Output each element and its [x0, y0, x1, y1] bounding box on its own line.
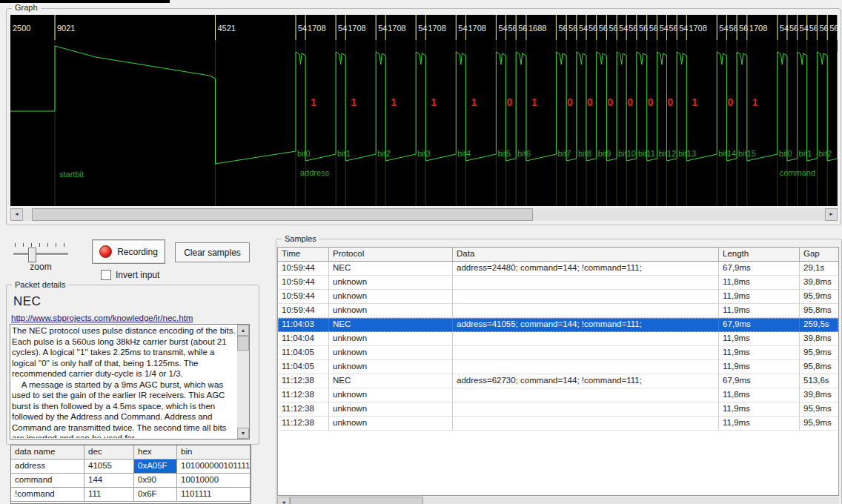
fields-cell[interactable]: 1010000001011111: [177, 460, 251, 474]
protocol-description-box[interactable]: The NEC protocol uses pulse distance enc…: [10, 324, 250, 440]
samples-horizontal-scrollbar[interactable]: ◄: [277, 497, 839, 504]
fields-cell[interactable]: 41055: [84, 460, 134, 474]
description-scroll-thumb[interactable]: [237, 336, 249, 351]
samples-cell: address=41055; command=144; !command=111…: [453, 318, 719, 332]
samples-cell: 67,9ms: [719, 318, 800, 332]
fields-cell[interactable]: 111: [84, 488, 134, 502]
samples-header-gap[interactable]: Gap: [800, 248, 839, 262]
waveform-plot[interactable]: 2500902145215417085417085417085417085417…: [10, 15, 838, 206]
samples-row-6[interactable]: 11:04:05unknown11,9ms95,9ms: [278, 346, 838, 360]
zoom-slider-ticks: [15, 243, 67, 247]
fields-cell[interactable]: address: [11, 460, 84, 474]
fields-cell[interactable]: !command: [11, 488, 84, 502]
fields-cell[interactable]: 10010000: [177, 474, 251, 488]
invert-input-checkbox-row[interactable]: Invert input: [101, 270, 159, 280]
fields-row-!command[interactable]: !command1110x6F1101111: [11, 488, 251, 502]
duration-label: 56: [809, 24, 818, 33]
fields-cell[interactable]: 0xA05F: [134, 460, 177, 474]
samples-row-8[interactable]: 11:12:38NECaddress=62730; command=144; !…: [278, 374, 838, 388]
address-label: address: [300, 168, 330, 177]
graph-scroll-track[interactable]: [23, 208, 825, 221]
duration-label: 1708: [749, 24, 767, 33]
protocol-link[interactable]: http://www.sbprojects.com/knowledge/ir/n…: [11, 314, 193, 322]
samples-cell: unknown: [329, 417, 453, 431]
bit-label: bit11: [638, 149, 655, 158]
samples-cell: 11,8ms: [719, 276, 800, 290]
samples-cell: 95,8ms: [800, 360, 839, 374]
samples-header-data[interactable]: Data: [453, 248, 719, 262]
bit-value: 0: [567, 96, 573, 108]
samples-cell: [453, 388, 719, 402]
samples-cell: 95,9ms: [800, 402, 839, 417]
protocol-name: NEC: [13, 294, 41, 309]
bit-value: 1: [752, 96, 758, 108]
duration-label: 56: [568, 24, 577, 33]
fields-header-row: data namedechexbin: [11, 445, 251, 460]
samples-header-time[interactable]: Time: [278, 248, 329, 262]
samples-row-0[interactable]: 10:59:44NECaddress=24480; command=144; !…: [278, 262, 838, 276]
bit-label: bit6: [517, 149, 531, 158]
bit-value: 1: [391, 96, 397, 108]
samples-cell: 11,9ms: [719, 332, 800, 346]
fields-cell[interactable]: 1101111: [177, 488, 251, 502]
samples-row-1[interactable]: 10:59:44unknown11,8ms39,8ms: [278, 276, 838, 290]
samples-scroll-thumb[interactable]: [290, 497, 423, 504]
duration-label: 56: [609, 24, 617, 33]
fields-row-address[interactable]: address410550xA05F1010000001011111: [11, 460, 251, 474]
checkbox-icon[interactable]: [101, 270, 111, 280]
packet-details-group-label: Packet details: [12, 280, 68, 289]
fields-header-hex: hex: [134, 445, 177, 460]
duration-label: 56: [819, 24, 828, 33]
samples-cell: 11:04:05: [278, 360, 329, 374]
description-vertical-scrollbar[interactable]: ▲ ▼: [237, 325, 249, 439]
duration-label: 54: [619, 24, 628, 33]
fields-cell[interactable]: 144: [84, 474, 134, 488]
samples-header-length[interactable]: Length: [719, 248, 800, 262]
duration-label: 9021: [57, 24, 75, 33]
graph-scroll-thumb[interactable]: [32, 208, 533, 221]
fields-cell[interactable]: 0x6F: [134, 488, 177, 502]
samples-cell: 39,8ms: [800, 388, 839, 402]
samples-cell: 29,1s: [800, 262, 839, 276]
scroll-right-icon[interactable]: ►: [825, 208, 838, 221]
duration-label: 56: [589, 24, 597, 33]
fields-cell[interactable]: command: [11, 474, 84, 488]
samples-cell: 10:59:44: [278, 290, 329, 304]
samples-cell: unknown: [329, 388, 453, 402]
fields-row-command[interactable]: command1440x9010010000: [11, 474, 251, 488]
scroll-left-icon[interactable]: ◄: [277, 497, 290, 504]
samples-cell: 39,8ms: [800, 276, 839, 290]
duration-label: 56: [508, 24, 517, 33]
samples-row-7[interactable]: 11:04:05unknown11,9ms95,8ms: [278, 360, 838, 374]
fields-cell[interactable]: 0x90: [134, 474, 177, 488]
samples-row-2[interactable]: 10:59:44unknown11,9ms95,9ms: [278, 290, 838, 304]
duration-label: 1708: [388, 24, 405, 33]
samples-cell: 95,9ms: [800, 346, 839, 360]
samples-row-9[interactable]: 11:12:38unknown11,8ms39,8ms: [278, 388, 838, 402]
graph-horizontal-scrollbar[interactable]: ◄ ►: [10, 208, 838, 221]
zoom-slider[interactable]: zoom: [12, 242, 70, 271]
samples-cell: NEC: [329, 374, 453, 388]
duration-label: 54: [498, 24, 507, 33]
zoom-slider-track[interactable]: [13, 253, 68, 256]
samples-row-3[interactable]: 10:59:44unknown11,9ms95,8ms: [278, 304, 838, 318]
recording-button[interactable]: Recording: [92, 239, 165, 264]
samples-cell: 11,8ms: [719, 388, 800, 402]
samples-row-5[interactable]: 11:04:04unknown11,9ms39,8ms: [278, 332, 838, 346]
samples-table: TimeProtocolDataLengthGap10:59:44NECaddr…: [277, 247, 839, 496]
scroll-up-icon[interactable]: ▲: [237, 325, 249, 336]
clear-samples-button[interactable]: Clear samples: [175, 242, 250, 262]
samples-scroll-track[interactable]: [290, 497, 839, 504]
duration-label: 56: [739, 24, 748, 33]
zoom-slider-handle[interactable]: [28, 248, 36, 262]
scroll-down-icon[interactable]: ▼: [237, 428, 249, 439]
clear-samples-label: Clear samples: [184, 248, 241, 258]
samples-row-11[interactable]: 11:12:38unknown11,9ms95,9ms: [278, 417, 838, 431]
samples-cell: unknown: [329, 276, 453, 290]
samples-row-10[interactable]: 11:12:38unknown11,9ms95,9ms: [278, 402, 838, 417]
samples-row-4[interactable]: 11:04:03NECaddress=41055; command=144; !…: [278, 318, 838, 332]
scroll-left-icon[interactable]: ◄: [10, 208, 23, 221]
duration-label: 4521: [218, 24, 236, 33]
samples-header-protocol[interactable]: Protocol: [329, 248, 453, 262]
duration-label: 54: [338, 24, 347, 33]
